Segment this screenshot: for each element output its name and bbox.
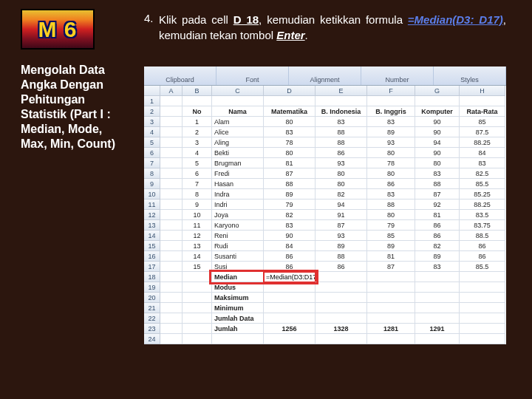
- step-text: Klik pada cell D 18, kemudian ketikkan f…: [159, 12, 506, 43]
- instruction-step: 4. Klik pada cell D 18, kemudian ketikka…: [144, 12, 506, 43]
- module-badge: M 6: [21, 9, 95, 50]
- module-description: Mengolah Data Angka Dengan Pehitungan St…: [21, 63, 117, 151]
- spreadsheet-grid: ABCDEFGH12NoNamaMatematikaB. IndonesiaB.…: [144, 86, 506, 344]
- ribbon-group: Styles: [434, 66, 506, 85]
- badge-text: M 6: [38, 17, 77, 42]
- ribbon-group: Clipboard: [144, 66, 216, 85]
- excel-screenshot: Clipboard Font Alignment Number Styles A…: [144, 66, 506, 344]
- ribbon-group: Number: [361, 66, 434, 85]
- ribbon-group: Alignment: [289, 66, 361, 85]
- ribbon-group: Font: [216, 66, 289, 85]
- ribbon: Clipboard Font Alignment Number Styles: [144, 66, 506, 86]
- step-number: 4.: [144, 12, 159, 43]
